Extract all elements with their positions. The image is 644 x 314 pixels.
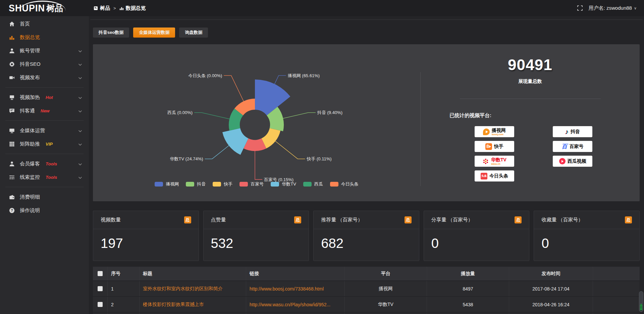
cell-url-link	[246, 313, 345, 314]
impressions-total-label: 展现量总数	[421, 78, 640, 85]
row-checkbox-cell	[93, 297, 108, 312]
summary-region: 90491 展现量总数 已统计的视频平台: 播视网boosj.com快手华数TV…	[421, 44, 640, 201]
pie-slice-华数TV[interactable]	[222, 128, 249, 155]
row-checkbox-cell	[93, 281, 108, 296]
label-line	[283, 113, 316, 118]
row-checkbox[interactable]	[98, 302, 103, 307]
app-logo[interactable]: SHUPIN 树品	[0, 0, 89, 16]
sidebar-item-抖客通[interactable]: 抖客通New	[0, 104, 89, 117]
cell-url-link[interactable]: http://www.wasu.cn/Play/show/id/952...	[246, 297, 345, 312]
col-header: 标题	[140, 267, 246, 280]
platform-domain: boosj.com	[492, 133, 503, 136]
total-badge: 总	[184, 216, 191, 223]
cell-seq: 1	[108, 281, 140, 296]
stat-card-推荐量 （百家号）: 推荐量 （百家号）总682	[313, 211, 419, 261]
sidebar-item-label: 首页	[20, 21, 30, 27]
pie-label: 快手 (0.11%)	[306, 156, 331, 161]
sidebar-item-数据总览[interactable]: 数据总览	[0, 31, 89, 44]
sidebar-item-会员爆客[interactable]: 会员爆客Tools	[0, 157, 89, 170]
scrollbar-widget[interactable]	[639, 291, 643, 312]
sidebar-item-label: 会员爆客	[20, 161, 40, 167]
pie-label: 播视网 (65.61%)	[288, 73, 320, 78]
row-checkbox[interactable]	[98, 286, 103, 291]
horizontal-divider	[460, 99, 601, 99]
username-label: 用户名: zswodun88	[589, 5, 632, 11]
cell-filler	[593, 297, 640, 312]
cell-platform: 播视网	[345, 281, 427, 296]
legend-label: 华数TV	[282, 181, 296, 187]
topbar-right: 用户名: zswodun88 ∨	[577, 5, 644, 11]
col-header: 序号	[108, 267, 140, 280]
cell-url-link[interactable]: http://www.boosj.com/7338468.html	[246, 281, 345, 296]
sidebar-item-线索监控[interactable]: 线索监控Tools	[0, 170, 89, 184]
legend-label: 今日头条	[341, 181, 359, 187]
table-row[interactable]: 2楼体投影灯投影效果震撼上市http://www.wasu.cn/Play/sh…	[93, 297, 640, 313]
table-header-row: 序号标题链接平台播放量发布时间	[93, 267, 640, 281]
baijiahao-logo-icon: 百	[562, 143, 568, 150]
sidebar-item-消费明细[interactable]: 消费明细	[0, 190, 89, 204]
sidebar-item-label: 线索监控	[20, 174, 40, 180]
legend-swatch	[186, 182, 194, 187]
sidebar-item-矩阵助推[interactable]: 矩阵助推VIP	[0, 137, 89, 151]
legend-item-西瓜[interactable]: 西瓜	[303, 181, 323, 187]
gear-icon	[9, 61, 15, 67]
legend-swatch	[303, 182, 312, 187]
table-row-partial[interactable]	[93, 313, 640, 314]
cell-title-link[interactable]: 楼体投影灯投影效果震撼上市	[140, 297, 246, 312]
sidebar-item-账号管理[interactable]: 账号管理	[0, 44, 89, 57]
select-all-checkbox[interactable]	[98, 271, 103, 276]
legend-item-抖音[interactable]: 抖音	[186, 181, 206, 187]
label-line	[194, 113, 229, 119]
data-tabs: 抖音seo数据全媒体运营数据询盘数据	[93, 28, 640, 38]
sidebar-item-抖音SEO[interactable]: 抖音SEO	[0, 57, 89, 71]
sidebar: 首页数据总览账号管理抖音SEO视频发布视频加热Hot抖客通New全媒体运营矩阵助…	[0, 16, 89, 314]
user-menu[interactable]: 用户名: zswodun88 ∨	[589, 5, 637, 11]
xigua-logo-icon	[559, 158, 566, 164]
breadcrumb-current[interactable]: 数据总览	[119, 5, 146, 11]
sidebar-item-视频发布[interactable]: 视频发布	[0, 71, 89, 84]
breadcrumb-separator: >	[113, 6, 116, 11]
cell-filler	[593, 281, 640, 296]
platform-column-left: 播视网boosj.com快手华数TVwasu.cn头条今日头条	[475, 126, 514, 181]
kuaishou-logo-icon	[485, 143, 492, 150]
chevron-down-icon	[78, 128, 82, 133]
sidebar-item-badge: VIP	[46, 142, 53, 147]
boosj-logo-icon	[483, 128, 490, 135]
legend-item-今日头条[interactable]: 今日头条	[330, 181, 359, 187]
chevron-down-icon: ∨	[634, 6, 637, 10]
legend-label: 快手	[224, 181, 232, 187]
breadcrumb-home[interactable]: 树品	[94, 5, 110, 11]
stat-card-title: 视频数量	[101, 217, 121, 223]
stat-card-收藏量 （百家号）: 收藏量 （百家号）总0	[534, 211, 640, 261]
member-icon	[9, 161, 15, 167]
pie-slice-播视网[interactable]	[255, 80, 290, 115]
legend-item-百家号[interactable]: 百家号	[239, 181, 264, 187]
platform-badge-华数TV: 华数TVwasu.cn	[475, 156, 514, 167]
sidebar-item-视频加热[interactable]: 视频加热Hot	[0, 91, 89, 104]
legend-swatch	[330, 182, 338, 187]
sidebar-item-首页[interactable]: 首页	[0, 17, 89, 31]
row-checkbox-cell	[93, 313, 108, 314]
sidebar-item-全媒体运营[interactable]: 全媒体运营	[0, 124, 89, 137]
cell-time: 2018-04-26 16:24	[509, 297, 593, 312]
stat-card-value: 0	[424, 229, 529, 251]
cell-title-link[interactable]: 室外水纹灯和室内水纹灯的区别和简介	[140, 281, 246, 296]
sidebar-item-label: 视频加热	[20, 94, 40, 101]
legend-item-华数TV[interactable]: 华数TV	[271, 181, 296, 187]
legend-item-快手[interactable]: 快手	[213, 181, 232, 187]
fullscreen-icon[interactable]	[577, 5, 583, 11]
videos-table: 序号标题链接平台播放量发布时间1室外水纹灯和室内水纹灯的区别和简介http://…	[93, 267, 640, 314]
tab-询盘数据[interactable]: 询盘数据	[179, 28, 208, 38]
label-line	[205, 146, 229, 159]
sidebar-item-操作说明[interactable]: ?操作说明	[0, 204, 89, 217]
table-row[interactable]: 1室外水纹灯和室内水纹灯的区别和简介http://www.boosj.com/7…	[93, 281, 640, 297]
tab-抖音seo数据[interactable]: 抖音seo数据	[93, 28, 129, 38]
legend-item-播视网[interactable]: 播视网	[155, 181, 179, 187]
tab-全媒体运营数据[interactable]: 全媒体运营数据	[133, 28, 175, 38]
chevron-down-icon	[78, 175, 82, 179]
sidebar-item-badge: Tools	[46, 175, 57, 180]
wallet-icon	[9, 194, 15, 200]
header-checkbox-cell	[93, 267, 108, 280]
platform-name: 播视网	[492, 128, 506, 133]
legend-label: 播视网	[166, 181, 179, 187]
